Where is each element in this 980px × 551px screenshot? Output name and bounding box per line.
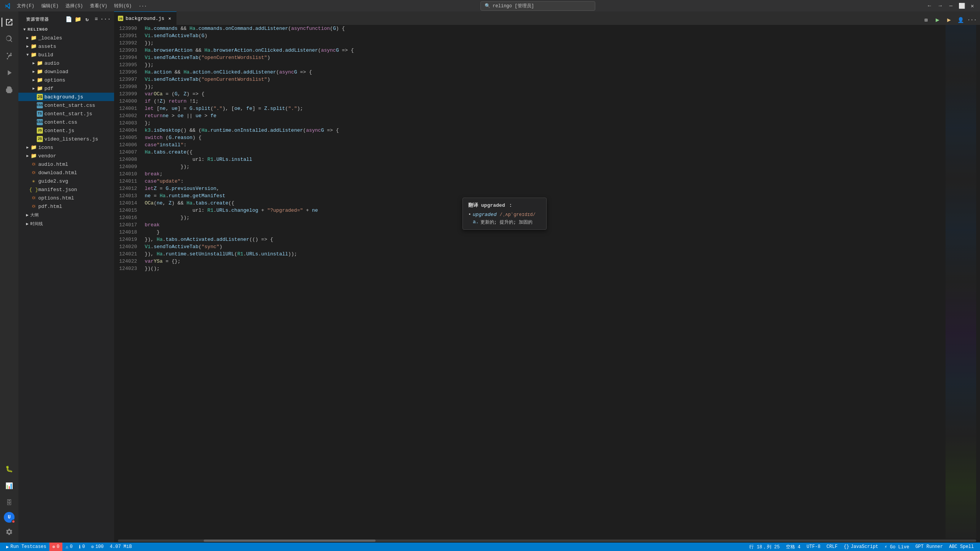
pdf-html-icon: ⛭: [31, 203, 37, 209]
guide2-svg-icon: ✳: [31, 178, 37, 184]
assets-label: assets: [38, 44, 114, 49]
activity-search[interactable]: [2, 31, 17, 47]
status-errors[interactable]: ⊗ 0: [49, 543, 62, 551]
tree-item-content-start-css[interactable]: CSS content_start.css: [18, 101, 114, 110]
code-editor[interactable]: 1239901239911239921239931239941239951239…: [114, 25, 980, 539]
status-line-ending[interactable]: CRLF: [823, 543, 841, 551]
status-memory[interactable]: ⊙ 100: [88, 543, 107, 551]
tree-item-manifest-json[interactable]: { } manifest.json: [18, 185, 114, 194]
menu-goto[interactable]: 转到(G): [111, 2, 135, 10]
tree-item-audio-html[interactable]: ⛭ audio.html: [18, 160, 114, 168]
csscaret: [31, 102, 37, 108]
activity-chart[interactable]: 📊: [2, 478, 17, 494]
new-folder-btn[interactable]: 📁: [74, 15, 82, 23]
tree-item-vendor[interactable]: ▶ 📁 vendor: [18, 152, 114, 160]
horizontal-scrollbar[interactable]: [114, 539, 980, 543]
build-label: build: [38, 52, 114, 58]
tree-item-download-html[interactable]: ⛭ download.html: [18, 168, 114, 177]
tree-root[interactable]: ▼ RELINGO: [18, 25, 114, 34]
editor-scrollbar[interactable]: [976, 25, 980, 539]
status-warnings[interactable]: ⚠ 0: [62, 543, 75, 551]
activity-explorer[interactable]: [2, 15, 17, 30]
more-btn[interactable]: ···: [102, 15, 109, 23]
tab-file-icon: JS: [118, 16, 123, 21]
audio-html-icon: ⛭: [31, 161, 37, 167]
menu-more[interactable]: ...: [136, 2, 150, 10]
tree-item-guide2-svg[interactable]: ✳ guide2.svg: [18, 177, 114, 185]
status-spell[interactable]: ABC Spell: [946, 543, 977, 551]
tree-item-assets[interactable]: ▶ 📁 assets: [18, 42, 114, 51]
status-info[interactable]: ℹ 0: [76, 543, 88, 551]
download-html-arrow: [24, 170, 31, 176]
status-language[interactable]: {} JavaScript: [841, 543, 881, 551]
activity-run[interactable]: [2, 65, 17, 80]
menu-edit[interactable]: 编辑(E): [38, 2, 62, 10]
status-go-live[interactable]: ⚡ Go Live: [881, 543, 912, 551]
tree-item-pdf-html[interactable]: ⛭ pdf.html: [18, 202, 114, 211]
activity-extensions[interactable]: [2, 82, 17, 97]
sidebar: 资源管理器 📄 📁 ↻ ≡ ··· ▼ RELINGO ▶ 📁 _locales: [18, 11, 114, 543]
status-line-col[interactable]: 行 18，列 25: [746, 543, 782, 551]
close-btn[interactable]: ✕: [969, 2, 976, 10]
tree-item-download[interactable]: ▶ 📁 download: [18, 67, 114, 76]
content-css-label: content.css: [44, 119, 114, 125]
options-arrow: ▶: [31, 77, 37, 83]
minimize-btn[interactable]: —: [947, 2, 955, 10]
timeline-label: 时间线: [30, 221, 43, 227]
activity-source-control[interactable]: [2, 48, 17, 64]
tree-item-options-html[interactable]: ⛭ options.html: [18, 194, 114, 202]
tree-item-content-css[interactable]: CSS content.css: [18, 118, 114, 126]
more-editor-btn[interactable]: ···: [967, 15, 977, 25]
root-label: RELINGO: [28, 27, 114, 32]
refresh-btn[interactable]: ↻: [83, 15, 91, 23]
status-filesize[interactable]: 4.07 MiB: [107, 543, 135, 551]
sidebar-header: 资源管理器 📄 📁 ↻ ≡ ···: [18, 11, 114, 25]
vendor-arrow: ▶: [24, 153, 31, 159]
user-avatar[interactable]: U: [4, 512, 15, 523]
split-editor-btn[interactable]: ⊞: [921, 15, 931, 25]
new-file-btn[interactable]: 📄: [65, 15, 73, 23]
tree-item-content-start-js[interactable]: TS content_start.js: [18, 110, 114, 118]
options-label: options: [44, 77, 114, 83]
global-search-bar[interactable]: 🔍 relingo [管理员]: [480, 1, 595, 11]
activity-settings[interactable]: [2, 524, 17, 540]
line-numbers-gutter: 1239901239911239921239931239941239951239…: [114, 25, 141, 539]
tree-item-content-js[interactable]: JS content.js: [18, 126, 114, 135]
user-btn[interactable]: 👤: [956, 15, 965, 25]
code-content[interactable]: Ha.commands && Ha.commands.onCommand.add…: [141, 25, 946, 539]
tree-item-video-listeners[interactable]: JS video_listeners.js: [18, 135, 114, 143]
tree-item-options[interactable]: ▶ 📁 options: [18, 76, 114, 84]
section-timeline[interactable]: ▶ 时间线: [18, 219, 114, 228]
tab-close-btn[interactable]: ✕: [167, 15, 173, 21]
activity-bar: 🐛 📊 🗄 U: [0, 11, 18, 543]
tree-item-build[interactable]: ▼ 📁 build: [18, 51, 114, 59]
download-folder-icon: 📁: [37, 69, 43, 75]
activity-debug[interactable]: 🐛: [2, 461, 17, 477]
status-encoding[interactable]: UTF-8: [804, 543, 823, 551]
spell-label: ABC Spell: [949, 544, 974, 549]
language-label: JavaScript: [851, 544, 878, 549]
nav-back[interactable]: ←: [926, 2, 933, 10]
section-outline[interactable]: ▶ 大纲: [18, 211, 114, 219]
activity-database[interactable]: 🗄: [2, 495, 17, 510]
nav-forward[interactable]: →: [936, 2, 944, 10]
tree-item-background-js[interactable]: JS background.js: [18, 93, 114, 101]
status-run-testcases[interactable]: ▶ Run Testcases: [3, 543, 49, 551]
menu-file[interactable]: 文件(F): [14, 2, 38, 10]
tab-background-js[interactable]: JS background.js ✕: [114, 11, 176, 25]
tree-item-locales[interactable]: ▶ 📁 _locales: [18, 34, 114, 42]
status-spaces[interactable]: 空格 4: [783, 543, 804, 551]
maximize-btn[interactable]: ⬜: [958, 2, 965, 10]
tree-item-audio[interactable]: ▶ 📁 audio: [18, 59, 114, 67]
title-bar: 文件(F) 编辑(E) 选择(S) 查看(V) 转到(G) ... 🔍 reli…: [0, 0, 980, 11]
tree-item-icons[interactable]: ▶ 📁 icons: [18, 143, 114, 152]
menu-select[interactable]: 选择(S): [62, 2, 86, 10]
info-count: 0: [82, 544, 85, 549]
tree-item-pdf[interactable]: ▶ 📁 pdf: [18, 84, 114, 93]
run-green-btn[interactable]: ▶: [933, 15, 942, 25]
background-js-label: background.js: [44, 94, 114, 100]
collapse-all-btn[interactable]: ≡: [93, 15, 100, 23]
run-yellow-btn[interactable]: ▶: [944, 15, 954, 25]
status-gpt-runner[interactable]: GPT Runner: [912, 543, 946, 551]
menu-view[interactable]: 查看(V): [87, 2, 111, 10]
